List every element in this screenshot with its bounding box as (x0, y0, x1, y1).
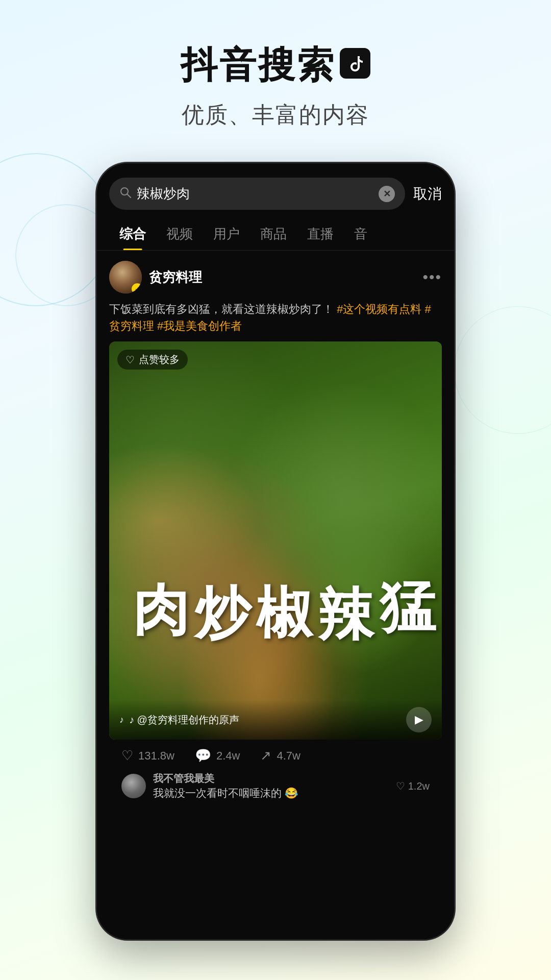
engagement-stats: ♡ 131.8w 💬 2.4w ↗ 4.7w (109, 740, 442, 772)
tab-商品[interactable]: 商品 (250, 218, 297, 250)
audio-info: ♪ ♪ @贫穷料理创作的原声 (119, 713, 239, 727)
app-title: 抖音搜索 (0, 41, 551, 90)
commenter-avatar (121, 774, 146, 798)
likes-stat: ♡ 131.8w (121, 748, 174, 764)
video-title-text: 勇猛辣椒炒肉 (130, 538, 442, 543)
title-text: 抖音搜索 (181, 41, 336, 90)
post-header: ✓ 贫穷料理 ••• (109, 261, 442, 293)
comment-body: 我就没一次看时不咽唾沫的 😂 (153, 786, 389, 800)
tab-音[interactable]: 音 (344, 218, 378, 250)
comment-content: 我不管我最美 我就没一次看时不咽唾沫的 😂 (153, 772, 389, 800)
bg-decoration-3 (454, 306, 551, 434)
audio-label: ♪ @贫穷料理创作的原声 (129, 713, 239, 727)
author-avatar: ✓ (109, 261, 142, 293)
tab-用户[interactable]: 用户 (203, 218, 250, 250)
tiktok-logo-icon (340, 48, 370, 79)
comment-icon: 💬 (195, 748, 211, 764)
author-info: ✓ 贫穷料理 (109, 261, 202, 293)
tabs-bar: 综合 视频 用户 商品 直播 音 (97, 218, 454, 251)
tab-直播[interactable]: 直播 (297, 218, 344, 250)
shares-stat: ↗ 4.7w (260, 748, 300, 764)
comment-heart-icon: ♡ (396, 780, 405, 792)
phone-mockup: 辣椒炒肉 ✕ 取消 综合 视频 用户 商品 直播 音 (97, 163, 454, 939)
comment-likes: ♡ 1.2w (396, 780, 430, 792)
likes-count: 131.8w (138, 749, 174, 763)
page-subtitle: 优质、丰富的内容 (0, 100, 551, 130)
tab-视频[interactable]: 视频 (156, 218, 203, 250)
search-input-box[interactable]: 辣椒炒肉 ✕ (109, 178, 405, 210)
share-icon: ↗ (260, 748, 271, 764)
comment-preview: 我不管我最美 我就没一次看时不咽唾沫的 😂 ♡ 1.2w (109, 772, 442, 807)
video-overlay: 勇猛辣椒炒肉 (109, 341, 442, 740)
post-description: 下饭菜到底有多凶猛，就看这道辣椒炒肉了！ #这个视频有点料 #贫穷料理 #我是美… (109, 301, 442, 334)
tab-综合[interactable]: 综合 (109, 218, 156, 250)
like-icon: ♡ (121, 748, 133, 764)
tiktok-audio-icon: ♪ (119, 715, 124, 725)
commenter-name: 我不管我最美 (153, 772, 389, 786)
author-name: 贫穷料理 (149, 268, 202, 286)
video-thumbnail[interactable]: ♡ 点赞较多 勇猛辣椒炒肉 ♪ ♪ @贫穷料理创作的原声 ▶ (109, 341, 442, 740)
content-area: ✓ 贫穷料理 ••• 下饭菜到底有多凶猛，就看这道辣椒炒肉了！ #这个视频有点料… (97, 251, 454, 939)
post-card: ✓ 贫穷料理 ••• 下饭菜到底有多凶猛，就看这道辣椒炒肉了！ #这个视频有点料… (97, 251, 454, 807)
cancel-button[interactable]: 取消 (413, 184, 442, 204)
comments-stat: 💬 2.4w (195, 748, 240, 764)
play-button[interactable]: ▶ (406, 707, 432, 732)
video-bottom-bar: ♪ ♪ @贫穷料理创作的原声 ▶ (109, 700, 442, 740)
search-query: 辣椒炒肉 (137, 185, 373, 203)
search-icon (119, 186, 132, 202)
phone-screen: 辣椒炒肉 ✕ 取消 综合 视频 用户 商品 直播 音 (97, 163, 454, 939)
comments-count: 2.4w (216, 749, 240, 763)
comment-likes-count: 1.2w (408, 780, 430, 792)
shares-count: 4.7w (277, 749, 300, 763)
svg-line-1 (127, 194, 131, 198)
page-header: 抖音搜索 优质、丰富的内容 (0, 0, 551, 151)
search-bar-container: 辣椒炒肉 ✕ 取消 (97, 163, 454, 218)
verified-badge: ✓ (132, 283, 142, 293)
more-options-icon[interactable]: ••• (422, 268, 442, 286)
clear-search-icon[interactable]: ✕ (379, 186, 395, 202)
